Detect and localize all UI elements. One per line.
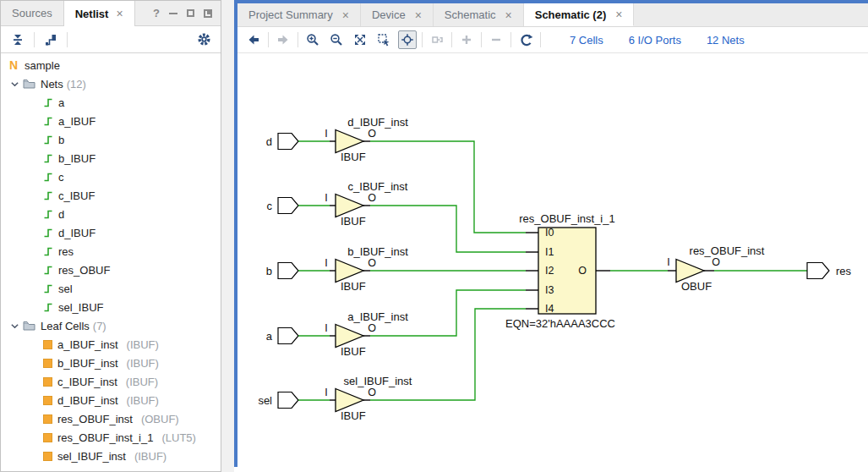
list-item[interactable]: c_IBUF <box>1 186 221 205</box>
cell-type: (IBUF) <box>134 450 167 463</box>
port-label: sel <box>258 394 272 407</box>
list-item[interactable]: b <box>1 130 221 149</box>
input-port[interactable] <box>278 392 298 409</box>
back-arrow-icon <box>247 33 260 47</box>
close-icon[interactable]: × <box>342 9 349 21</box>
list-item[interactable]: b_IBUF <box>1 149 221 167</box>
obuf-cell[interactable] <box>676 260 704 283</box>
ibuf-cell[interactable] <box>336 130 363 153</box>
tab-netlist[interactable]: Netlist × <box>63 1 135 26</box>
io-ports-link[interactable]: 6 I/O Ports <box>629 34 681 47</box>
chevron-down-icon[interactable] <box>10 80 21 89</box>
schematic-canvas[interactable]: d I O d_IBUF_inst IBUF c I O <box>234 53 868 472</box>
list-item[interactable]: sel_IBUF_inst(IBUF) <box>1 447 221 465</box>
cells-link[interactable]: 7 Cells <box>570 34 603 47</box>
minimize-icon[interactable] <box>169 13 177 14</box>
net-icon <box>43 116 53 126</box>
divider <box>481 32 482 47</box>
list-item[interactable]: a_IBUF_inst(IBUF) <box>1 335 221 354</box>
zoom-area-button[interactable] <box>374 30 393 49</box>
list-item[interactable]: d <box>1 205 221 223</box>
net-name: b_IBUF <box>58 152 96 165</box>
tree-root[interactable]: N sample <box>1 56 221 74</box>
cell-type-label: IBUF <box>341 345 366 358</box>
zoom-out-button[interactable] <box>327 30 346 49</box>
list-item[interactable]: sel <box>1 279 221 298</box>
maximize-icon[interactable] <box>187 9 194 17</box>
chevron-down-icon[interactable] <box>10 321 21 331</box>
expand-netlist-button[interactable] <box>41 30 60 49</box>
ibuf-cell[interactable] <box>336 325 363 348</box>
net-icon <box>43 265 53 275</box>
settings-button[interactable] <box>194 30 213 49</box>
tab-device[interactable]: Device × <box>361 3 434 26</box>
net-name: sel_IBUF <box>58 301 103 314</box>
list-item[interactable]: res_OBUF_inst(OBUF) <box>1 409 221 428</box>
forward-button[interactable] <box>274 30 292 49</box>
tab-schematic-2[interactable]: Schematic (2) × <box>524 3 635 26</box>
cell-name: res_OBUF_inst <box>57 413 133 425</box>
ibuf-cell[interactable] <box>336 195 363 217</box>
elide-button[interactable] <box>428 30 446 49</box>
list-item[interactable]: b_IBUF_inst(IBUF) <box>1 354 221 372</box>
cell-name: d_IBUF_inst <box>57 394 118 407</box>
regenerate-button[interactable] <box>516 30 535 49</box>
net-icon <box>43 209 53 219</box>
ibuf-cell[interactable] <box>336 260 363 283</box>
list-item[interactable]: res_OBUF_inst_i_1(LUT5) <box>1 428 221 447</box>
tree-group-nets[interactable]: Nets (12) <box>1 74 221 93</box>
plus-icon <box>460 33 473 47</box>
net-icon <box>43 97 53 107</box>
collapse-all-button[interactable] <box>8 30 27 49</box>
tab-sources[interactable]: Sources <box>1 1 63 25</box>
list-item[interactable]: d_IBUF_inst(IBUF) <box>1 391 221 409</box>
input-port[interactable] <box>278 134 298 150</box>
net-name: a_IBUF <box>58 115 96 128</box>
close-icon[interactable]: × <box>615 8 622 20</box>
obuf-group: I O res_OBUF_inst OBUF res <box>667 244 851 293</box>
close-icon[interactable]: × <box>505 9 512 21</box>
list-item[interactable]: a <box>1 93 221 112</box>
instance-label: a_IBUF_inst <box>347 310 408 323</box>
zoom-fit-button[interactable] <box>351 30 369 49</box>
float-icon[interactable] <box>204 9 212 18</box>
net-name: d <box>58 208 64 221</box>
cell-icon <box>43 340 52 349</box>
output-port[interactable] <box>807 263 829 279</box>
list-item[interactable]: c <box>1 167 221 186</box>
input-port[interactable] <box>278 328 298 344</box>
input-port[interactable] <box>278 263 298 279</box>
list-item[interactable]: d_IBUF <box>1 223 221 242</box>
divider <box>67 32 68 47</box>
left-panel-tabbar: Sources Netlist × ? <box>1 1 221 26</box>
list-item[interactable]: a_IBUF <box>1 112 221 130</box>
remove-button[interactable] <box>487 30 505 49</box>
list-item[interactable]: c_IBUF_inst(IBUF) <box>1 372 221 391</box>
net-icon <box>43 153 53 163</box>
list-item[interactable]: sel_IBUF <box>1 298 221 316</box>
instance-label: c_IBUF_inst <box>348 180 408 193</box>
close-icon[interactable]: × <box>116 8 123 19</box>
divider <box>510 32 511 47</box>
pin-i-label: I <box>667 256 669 268</box>
tab-netlist-label: Netlist <box>75 8 109 20</box>
back-button[interactable] <box>244 30 263 49</box>
ibuf-cell[interactable] <box>336 389 363 412</box>
add-button[interactable] <box>457 30 476 49</box>
input-port[interactable] <box>278 198 298 214</box>
lut-pin-i1: I1 <box>545 246 554 258</box>
schematic-toolbar: 7 Cells 6 I/O Ports 12 Nets <box>237 27 868 53</box>
nets-link[interactable]: 12 Nets <box>707 34 745 47</box>
cell-name: res_OBUF_inst_i_1 <box>57 431 153 444</box>
autofit-selection-button[interactable] <box>398 30 417 49</box>
tree-group-leaf-cells[interactable]: Leaf Cells (7) <box>1 316 221 335</box>
net-icon <box>43 134 53 145</box>
help-icon[interactable]: ? <box>153 7 160 19</box>
close-icon[interactable]: × <box>415 9 422 21</box>
tab-project-summary[interactable]: Project Summary × <box>237 3 361 26</box>
tab-schematic[interactable]: Schematic × <box>434 3 524 26</box>
list-item[interactable]: res <box>1 242 221 261</box>
zoom-in-button[interactable] <box>303 30 322 49</box>
pin-i-label: I <box>325 387 327 398</box>
list-item[interactable]: res_OBUF <box>1 261 221 279</box>
